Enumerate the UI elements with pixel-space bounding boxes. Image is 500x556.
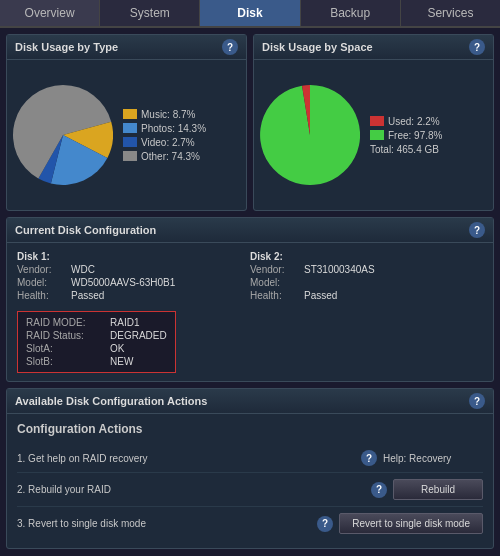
tab-overview[interactable]: Overview [0, 0, 100, 26]
action-row-2: 2. Rebuild your RAID ? Rebuild [17, 473, 483, 507]
disk-usage-space-header: Disk Usage by Space ? [254, 35, 493, 60]
disk1-health: Health: Passed [17, 290, 250, 301]
disk2-model: Model: [250, 277, 483, 288]
legend-photos-color [123, 123, 137, 133]
action-2-help-icon[interactable]: ? [371, 482, 387, 498]
raid-status-box: RAID MODE: RAID1 RAID Status: DEGRADED S… [17, 311, 176, 373]
disk-usage-type-panel: Disk Usage by Type ? [6, 34, 247, 211]
tab-bar: Overview System Disk Backup Services [0, 0, 500, 28]
action-3-right: ? Revert to single disk mode [317, 513, 483, 534]
raid-slota: SlotA: OK [26, 343, 167, 354]
legend-music: Music: 8.7% [123, 109, 206, 120]
tab-disk[interactable]: Disk [200, 0, 300, 26]
tab-backup[interactable]: Backup [301, 0, 401, 26]
available-actions-info-icon[interactable]: ? [469, 393, 485, 409]
disk2-health: Health: Passed [250, 290, 483, 301]
disk-usage-space-body: Used: 2.2% Free: 97.8% Total: 465.4 GB [254, 60, 493, 210]
pie-type-container: Music: 8.7% Photos: 14.3% Video: 2.7% [13, 85, 240, 185]
disk-config-info-icon[interactable]: ? [469, 222, 485, 238]
action-2-label: 2. Rebuild your RAID [17, 484, 365, 495]
pie-type-legend: Music: 8.7% Photos: 14.3% Video: 2.7% [123, 109, 206, 162]
disk2-col: Disk 2: Vendor: ST31000340AS Model: Heal… [250, 251, 483, 301]
disk2-label: Disk 2: [250, 251, 483, 262]
raid-mode: RAID MODE: RAID1 [26, 317, 167, 328]
action-1-label: 1. Get help on RAID recovery [17, 453, 355, 464]
legend-photos: Photos: 14.3% [123, 123, 206, 134]
pie-space-container: Used: 2.2% Free: 97.8% Total: 465.4 GB [260, 85, 487, 185]
disk-config-title: Current Disk Configuration [15, 224, 156, 236]
disk-usage-type-header: Disk Usage by Type ? [7, 35, 246, 60]
raid-status: RAID Status: DEGRADED [26, 330, 167, 341]
available-actions-title: Available Disk Configuration Actions [15, 395, 207, 407]
legend-video: Video: 2.7% [123, 137, 206, 148]
action-1-help-icon[interactable]: ? [361, 450, 377, 466]
legend-used: Used: 2.2% [370, 116, 442, 127]
disk-labels-row: Disk 1: Vendor: WDC Model: WD5000AAVS-63… [17, 251, 483, 301]
raid-slotb: SlotB: NEW [26, 356, 167, 367]
available-actions-header: Available Disk Configuration Actions ? [7, 389, 493, 414]
disk1-label: Disk 1: [17, 251, 250, 262]
tab-services[interactable]: Services [401, 0, 500, 26]
actions-body: Configuration Actions 1. Get help on RAI… [7, 414, 493, 548]
disk-usage-space-info-icon[interactable]: ? [469, 39, 485, 55]
disk-usage-type-body: Music: 8.7% Photos: 14.3% Video: 2.7% [7, 60, 246, 210]
action-3-label: 3. Revert to single disk mode [17, 518, 311, 529]
legend-free: Free: 97.8% [370, 130, 442, 141]
disk1-model: Model: WD5000AAVS-63H0B1 [17, 277, 250, 288]
legend-music-label: Music: 8.7% [141, 109, 195, 120]
legend-total-label: Total: 465.4 GB [370, 144, 439, 155]
disk-config-header: Current Disk Configuration ? [7, 218, 493, 243]
pie-space-legend: Used: 2.2% Free: 97.8% Total: 465.4 GB [370, 116, 442, 155]
revert-button[interactable]: Revert to single disk mode [339, 513, 483, 534]
disk1-vendor: Vendor: WDC [17, 264, 250, 275]
action-3-help-icon[interactable]: ? [317, 516, 333, 532]
charts-row: Disk Usage by Type ? [6, 34, 494, 211]
pie-space-chart [260, 85, 360, 185]
available-actions-panel: Available Disk Configuration Actions ? C… [6, 388, 494, 549]
legend-free-color [370, 130, 384, 140]
disk-config-body: Disk 1: Vendor: WDC Model: WD5000AAVS-63… [7, 243, 493, 381]
disk-usage-space-panel: Disk Usage by Space ? Used: 2.2 [253, 34, 494, 211]
legend-other-label: Other: 74.3% [141, 151, 200, 162]
legend-used-label: Used: 2.2% [388, 116, 440, 127]
legend-free-label: Free: 97.8% [388, 130, 442, 141]
pie-type-chart [13, 85, 113, 185]
action-1-result: Help: Recovery [383, 453, 483, 464]
action-row-1: 1. Get help on RAID recovery ? Help: Rec… [17, 444, 483, 473]
rebuild-button[interactable]: Rebuild [393, 479, 483, 500]
disk-usage-space-title: Disk Usage by Space [262, 41, 373, 53]
configuration-actions-title: Configuration Actions [17, 422, 483, 436]
tab-system[interactable]: System [100, 0, 200, 26]
legend-total: Total: 465.4 GB [370, 144, 442, 155]
disk1-col: Disk 1: Vendor: WDC Model: WD5000AAVS-63… [17, 251, 250, 301]
legend-video-color [123, 137, 137, 147]
action-2-right: ? Rebuild [371, 479, 483, 500]
main-content: Disk Usage by Type ? [0, 28, 500, 555]
legend-video-label: Video: 2.7% [141, 137, 195, 148]
legend-music-color [123, 109, 137, 119]
disk-usage-type-title: Disk Usage by Type [15, 41, 118, 53]
disk-config-panel: Current Disk Configuration ? Disk 1: Ven… [6, 217, 494, 382]
disk-usage-type-info-icon[interactable]: ? [222, 39, 238, 55]
disk2-vendor: Vendor: ST31000340AS [250, 264, 483, 275]
action-row-3: 3. Revert to single disk mode ? Revert t… [17, 507, 483, 540]
legend-other: Other: 74.3% [123, 151, 206, 162]
legend-other-color [123, 151, 137, 161]
legend-photos-label: Photos: 14.3% [141, 123, 206, 134]
legend-used-color [370, 116, 384, 126]
